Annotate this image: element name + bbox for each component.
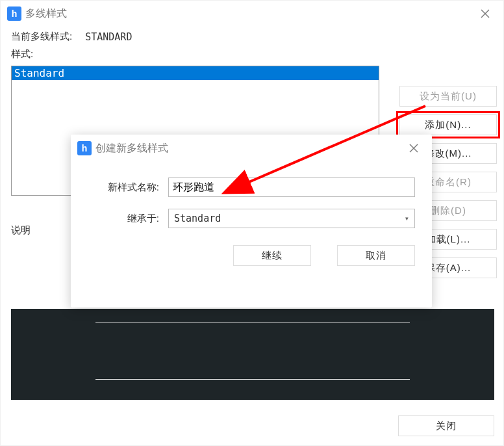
main-dialog-title: 多线样式 [25,7,473,21]
name-row: 新样式名称: [88,177,415,197]
sub-close-button[interactable] [402,137,425,160]
preview-area [11,309,494,400]
inherit-row: 继承于: Standard ▾ [88,209,415,228]
close-icon [409,143,419,153]
inherit-select[interactable]: Standard ▾ [168,209,415,228]
continue-button[interactable]: 继续 [233,245,311,266]
main-close-button[interactable] [473,2,497,25]
inherit-label: 继承于: [88,213,159,225]
current-style-value: STANDARD [85,31,132,43]
multiline-style-dialog: h 多线样式 当前多线样式: STANDARD 样式: Standard 设为当… [0,0,504,446]
sub-buttons: 继续 取消 [71,228,432,266]
cancel-button[interactable]: 取消 [337,245,415,266]
app-icon: h [77,141,92,155]
name-label: 新样式名称: [88,181,159,194]
new-style-name-input[interactable] [168,177,415,197]
chevron-down-icon: ▾ [405,214,409,223]
sub-body: 新样式名称: 继承于: Standard ▾ [71,162,432,228]
app-icon: h [7,7,21,21]
sub-titlebar: h 创建新多线样式 [71,135,432,162]
preview-line-top [95,322,410,322]
inherit-selected-value: Standard [174,213,221,224]
current-style-row: 当前多线样式: STANDARD [11,31,493,43]
style-item-standard[interactable]: Standard [12,66,379,80]
styles-label: 样式: [11,48,33,60]
preview-line-bottom [95,379,410,380]
current-style-label: 当前多线样式: [11,31,72,43]
set-current-button[interactable]: 设为当前(U) [399,86,497,107]
main-titlebar: h 多线样式 [1,1,503,27]
styles-label-row: 样式: [11,48,493,60]
create-style-dialog: h 创建新多线样式 新样式名称: 继承于: Standard ▾ [71,135,432,308]
close-icon [480,8,490,19]
close-button[interactable]: 关闭 [398,415,494,436]
add-button[interactable]: 添加(N)... [399,114,497,135]
description-label: 说明 [11,224,31,237]
sub-dialog-title: 创建新多线样式 [95,142,402,155]
